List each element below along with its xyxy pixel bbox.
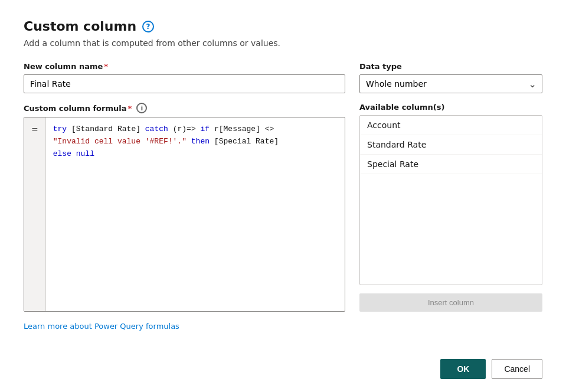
data-type-select-wrapper: Whole number Decimal number Text Date Da… [359,74,542,93]
dialog-title-row: Custom column ? [24,19,542,34]
dialog-subtitle: Add a column that is computed from other… [24,38,542,48]
dialog-title: Custom column [24,19,136,34]
column-name-data-type-row: New column name* Data type Whole number … [24,62,542,93]
formula-section: Custom column formula* i = try [Standard… [24,103,542,312]
learn-more-link[interactable]: Learn more about Power Query formulas [24,322,179,331]
column-item-standard-rate[interactable]: Standard Rate [360,135,542,155]
insert-column-button[interactable]: Insert column [359,293,542,312]
footer-buttons: OK Cancel [24,359,542,379]
info-icon[interactable]: i [136,103,147,113]
formula-label-row: Custom column formula* i [24,103,345,113]
data-type-group: Data type Whole number Decimal number Te… [359,62,542,93]
column-name-input[interactable] [24,74,345,93]
column-item-special-rate[interactable]: Special Rate [360,155,542,174]
formula-code[interactable]: try [Standard Rate] catch (r)=> if r[Mes… [46,117,345,311]
formula-left: Custom column formula* i = try [Standard… [24,103,345,312]
cancel-button[interactable]: Cancel [492,359,542,379]
column-item-account[interactable]: Account [360,116,542,135]
formula-editor[interactable]: = try [Standard Rate] catch (r)=> if r[M… [24,117,345,312]
data-type-label: Data type [359,62,542,71]
data-type-select[interactable]: Whole number Decimal number Text Date Da… [359,74,542,93]
column-name-group: New column name* [24,62,345,93]
equals-sign: = [31,123,38,134]
ok-button[interactable]: OK [440,359,486,379]
available-columns-list: Account Standard Rate Special Rate [359,115,542,285]
available-columns-section: Available column(s) Account Standard Rat… [359,103,542,312]
available-columns-label: Available column(s) [359,103,542,112]
help-icon[interactable]: ? [142,21,154,32]
column-name-label: New column name* [24,62,345,71]
formula-label: Custom column formula* [24,104,132,113]
line-indicator: = [24,117,46,311]
